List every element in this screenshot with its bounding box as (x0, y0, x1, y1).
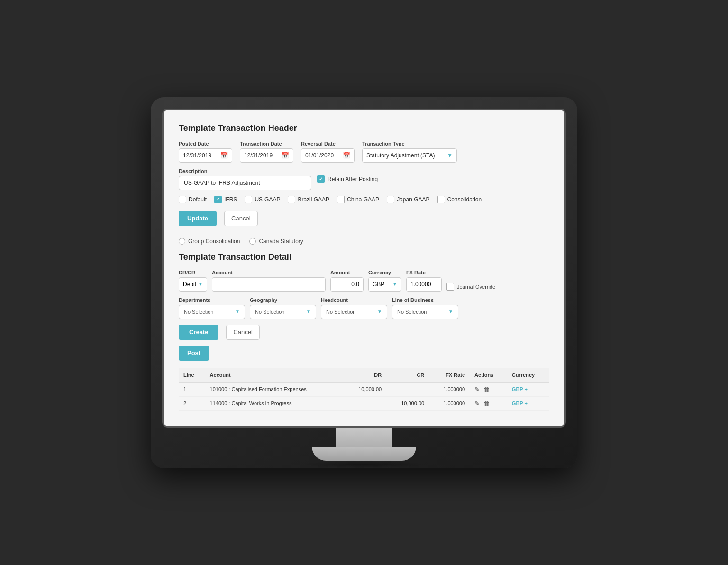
canada-statutory-label: Canada Statutory (259, 238, 303, 245)
brazil-checkbox[interactable] (288, 196, 295, 203)
radio-group: Group Consolidation Canada Statutory (179, 238, 549, 245)
gaap-usgaap: US-GAAP (245, 196, 280, 203)
japan-label: Japan GAAP (397, 196, 429, 203)
dr-cr-dropdown[interactable]: Debit ▼ (179, 277, 207, 292)
account-input[interactable] (212, 277, 326, 292)
monitor-stand-neck (336, 428, 392, 447)
posted-date-input[interactable]: 📅 (179, 148, 232, 163)
transaction-date-field[interactable] (244, 152, 280, 159)
transaction-type-group: Transaction Type Statutory Adjustment (S… (362, 141, 457, 163)
headcount-chevron-icon: ▼ (377, 309, 382, 314)
fx-rate-group: FX Rate (406, 270, 442, 292)
geography-chevron-icon: ▼ (306, 309, 311, 314)
cell-line: 1 (179, 382, 205, 397)
col-account: Account (205, 368, 344, 382)
default-label: Default (189, 196, 207, 203)
col-cr: CR (386, 368, 429, 382)
table-row: 1 101000 : Capitalised Formation Expense… (179, 382, 549, 397)
canada-statutory-radio[interactable] (249, 238, 256, 245)
edit-icon[interactable]: ✎ (474, 400, 480, 407)
description-label: Description (179, 168, 311, 174)
reversal-date-field[interactable] (305, 152, 341, 159)
header-cancel-button[interactable]: Cancel (224, 211, 257, 226)
description-input[interactable] (179, 176, 311, 190)
usgaap-label: US-GAAP (255, 196, 280, 203)
currency-dropdown[interactable]: GBP ▼ (368, 277, 401, 292)
update-button[interactable]: Update (179, 211, 217, 226)
fx-rate-input[interactable] (406, 277, 442, 292)
cell-cr: 10,000.00 (386, 396, 429, 410)
cell-actions: ✎ 🗑 (470, 382, 507, 397)
detail-cancel-button[interactable]: Cancel (226, 325, 259, 340)
transaction-date-input[interactable]: 📅 (240, 148, 293, 163)
china-label: China GAAP (347, 196, 379, 203)
dr-cr-group: DR/CR Debit ▼ (179, 270, 207, 292)
journal-override-group: Journal Override (446, 283, 495, 291)
journal-override-label: Journal Override (457, 284, 495, 290)
transactions-table: Line Account DR CR FX Rate Actions Curre… (179, 368, 549, 411)
currency-plus-link[interactable]: GBP + (512, 386, 528, 392)
post-button[interactable]: Post (179, 346, 209, 361)
retain-checkbox[interactable] (317, 175, 325, 183)
cell-dr (344, 396, 386, 410)
departments-group: Departments No Selection ▼ (179, 297, 245, 319)
transaction-date-calendar-icon[interactable]: 📅 (282, 152, 289, 159)
account-group: Account (212, 270, 326, 292)
journal-override-checkbox[interactable] (446, 283, 454, 291)
currency-value: GBP (373, 281, 384, 288)
line-of-business-dropdown[interactable]: No Selection ▼ (392, 305, 458, 319)
headcount-group: Headcount No Selection ▼ (321, 297, 387, 319)
consolidation-checkbox[interactable] (437, 196, 445, 203)
china-checkbox[interactable] (337, 196, 345, 203)
usgaap-checkbox[interactable] (245, 196, 252, 203)
reversal-date-calendar-icon[interactable]: 📅 (343, 152, 350, 159)
monitor: Template Transaction Header Posted Date … (151, 97, 577, 468)
currency-chevron-icon: ▼ (392, 282, 397, 287)
edit-icon[interactable]: ✎ (474, 386, 480, 393)
posted-date-calendar-icon[interactable]: 📅 (220, 152, 228, 159)
gaap-china: China GAAP (337, 196, 379, 203)
japan-checkbox[interactable] (387, 196, 394, 203)
line-of-business-label: Line of Business (392, 297, 458, 303)
delete-icon[interactable]: 🗑 (483, 400, 490, 407)
default-checkbox[interactable] (179, 196, 186, 203)
radio-group-consolidation: Group Consolidation (179, 238, 240, 245)
geography-dropdown[interactable]: No Selection ▼ (250, 305, 316, 319)
group-consolidation-radio[interactable] (179, 238, 185, 245)
account-label: Account (212, 270, 326, 275)
posted-date-field[interactable] (183, 152, 218, 159)
col-fxrate: FX Rate (429, 368, 470, 382)
transaction-type-label: Transaction Type (362, 141, 457, 146)
retain-checkbox-group: Retain After Posting (317, 175, 378, 183)
header-action-row: Update Cancel (179, 211, 549, 226)
ifrs-checkbox[interactable] (214, 196, 222, 203)
delete-icon[interactable]: 🗑 (483, 386, 490, 393)
cell-currency: GBP + (507, 396, 549, 410)
gaap-row: Default IFRS US-GAAP Brazil GAAP China G… (179, 196, 549, 203)
description-group: Description (179, 168, 311, 190)
reversal-date-input[interactable]: 📅 (301, 148, 355, 163)
amount-input[interactable] (330, 277, 364, 292)
dr-cr-value: Debit (183, 281, 196, 288)
gaap-ifrs: IFRS (214, 196, 237, 203)
detail-title: Template Transaction Detail (179, 252, 549, 262)
departments-dropdown[interactable]: No Selection ▼ (179, 305, 245, 319)
monitor-screen: Template Transaction Header Posted Date … (162, 109, 566, 428)
headcount-dropdown[interactable]: No Selection ▼ (321, 305, 387, 319)
col-dr: DR (344, 368, 386, 382)
currency-label: Currency (368, 270, 401, 275)
cell-line: 2 (179, 396, 205, 410)
header-title: Template Transaction Header (179, 123, 549, 133)
group-consolidation-label: Group Consolidation (188, 238, 240, 245)
posted-date-label: Posted Date (179, 141, 232, 146)
currency-plus-link[interactable]: GBP + (512, 401, 528, 406)
cell-fxrate: 1.000000 (429, 396, 470, 410)
create-button[interactable]: Create (179, 325, 218, 340)
headcount-label: Headcount (321, 297, 387, 303)
consolidation-label: Consolidation (447, 196, 482, 203)
cell-cr (386, 382, 429, 397)
transaction-type-dropdown[interactable]: Statutory Adjustment (STA) ▼ (362, 148, 457, 163)
reversal-date-group: Reversal Date 📅 (301, 141, 355, 163)
gaap-default: Default (179, 196, 207, 203)
screen-content: Template Transaction Header Posted Date … (164, 110, 564, 426)
